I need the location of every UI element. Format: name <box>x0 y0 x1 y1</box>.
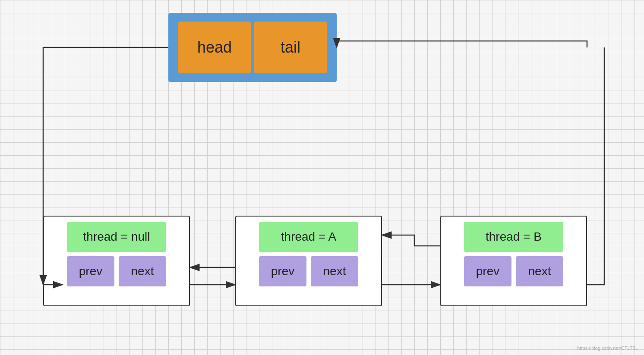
head-cell: head <box>178 22 251 73</box>
watermark: https://blog.csdn.net/CTLTS... <box>577 346 640 351</box>
node-center-prev: prev <box>259 256 306 286</box>
node-right: thread = B prev next <box>440 216 587 306</box>
node-right-thread: thread = B <box>464 222 563 252</box>
node-left-bottom: prev next <box>67 256 166 286</box>
diagram: head tail thread = null prev next thread… <box>0 0 644 355</box>
tail-cell: tail <box>254 22 327 73</box>
node-right-next: next <box>516 256 563 286</box>
head-tail-node: head tail <box>168 13 337 82</box>
node-right-prev: prev <box>464 256 511 286</box>
node-center: thread = A prev next <box>235 216 382 306</box>
node-left: thread = null prev next <box>43 216 190 306</box>
node-center-next: next <box>311 256 358 286</box>
node-left-thread: thread = null <box>67 222 166 252</box>
node-right-bottom: prev next <box>464 256 563 286</box>
node-left-prev: prev <box>67 256 114 286</box>
node-left-next: next <box>119 256 166 286</box>
node-center-thread: thread = A <box>259 222 358 252</box>
node-center-bottom: prev next <box>259 256 358 286</box>
